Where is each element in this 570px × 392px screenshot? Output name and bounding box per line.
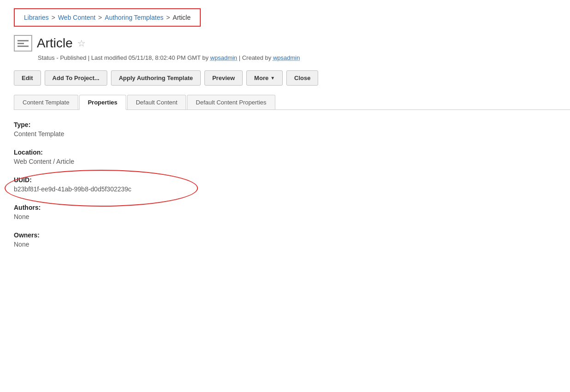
apply-authoring-template-button[interactable]: Apply Authoring Template [111,70,201,86]
authors-label: Authors: [14,204,570,211]
authors-field-group: Authors: None [14,204,570,220]
icon-line-1 [17,40,29,41]
type-field-group: Type: Content Template [14,121,570,138]
modified-by-link[interactable]: wpsadmin [210,54,238,61]
location-value: Web Content / Article [14,158,570,165]
star-icon[interactable]: ☆ [77,38,86,49]
dropdown-arrow-icon: ▼ [270,75,275,81]
add-to-project-button[interactable]: Add To Project... [45,70,107,86]
title-row: Article ☆ [14,35,570,52]
tab-properties[interactable]: Properties [79,95,126,110]
location-label: Location: [14,149,570,156]
tabs-container: Content Template Properties Default Cont… [14,95,570,110]
authors-value: None [14,213,570,220]
edit-button[interactable]: Edit [14,70,41,86]
article-icon [14,35,32,52]
created-by-text: | Created by [237,54,273,61]
tab-default-content-properties[interactable]: Default Content Properties [187,95,275,110]
breadcrumb: Libraries > Web Content > Authoring Temp… [14,8,201,27]
breadcrumb-web-content[interactable]: Web Content [58,14,95,21]
status-text: Status - Published | Last modified 05/11… [38,54,210,61]
toolbar: Edit Add To Project... Apply Authoring T… [14,70,570,86]
type-label: Type: [14,121,570,128]
icon-line-3 [17,46,29,47]
close-button[interactable]: Close [286,70,318,86]
location-field-group: Location: Web Content / Article [14,149,570,165]
breadcrumb-sep-1: > [52,14,55,21]
tab-default-content[interactable]: Default Content [127,95,186,110]
more-button[interactable]: More ▼ [246,70,283,86]
icon-line-2 [17,43,24,44]
title-area: Article ☆ Status - Published | Last modi… [14,35,570,61]
page-title: Article [37,36,73,51]
created-by-link[interactable]: wpsadmin [273,54,300,61]
uuid-section: UUID: b23bf81f-ee9d-41ab-99b8-d0d5f30223… [14,176,131,193]
breadcrumb-current: Article [173,14,191,21]
tab-content-template[interactable]: Content Template [14,95,78,110]
content-area: Type: Content Template Location: Web Con… [14,121,570,248]
preview-button[interactable]: Preview [204,70,243,86]
owners-field-group: Owners: None [14,231,570,248]
uuid-field-group: UUID: b23bf81f-ee9d-41ab-99b8-d0d5f30223… [14,176,570,193]
breadcrumb-sep-3: > [166,14,170,21]
more-label: More [254,75,268,81]
breadcrumb-authoring-templates[interactable]: Authoring Templates [105,14,163,21]
breadcrumb-sep-2: > [98,14,102,21]
uuid-label: UUID: [14,176,131,184]
uuid-value: b23bf81f-ee9d-41ab-99b8-d0d5f302239c [14,185,131,193]
owners-label: Owners: [14,231,570,239]
type-value: Content Template [14,130,570,138]
status-line: Status - Published | Last modified 05/11… [38,54,570,61]
owners-value: None [14,241,570,248]
breadcrumb-libraries[interactable]: Libraries [24,14,49,21]
